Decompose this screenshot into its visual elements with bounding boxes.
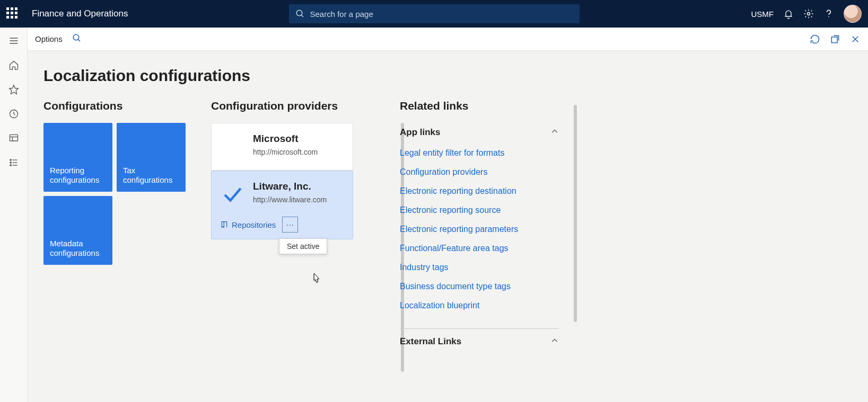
repositories-link[interactable]: Repositories <box>220 220 276 229</box>
tile-label: configurations <box>50 175 99 184</box>
company-label[interactable]: USMF <box>751 10 774 19</box>
svg-line-1 <box>301 15 303 17</box>
help-icon[interactable] <box>823 8 834 19</box>
svg-line-19 <box>78 39 80 41</box>
svg-point-2 <box>808 13 810 15</box>
repository-icon <box>220 220 229 229</box>
tile-metadata-configurations[interactable]: Metadata configurations <box>43 196 112 265</box>
configuration-providers-section: Configuration providers Microsoft http:/… <box>211 100 381 239</box>
chevron-up-icon <box>550 127 559 138</box>
link-legal-entity-filter[interactable]: Legal entity filter for formats <box>400 148 559 158</box>
tile-label: configurations <box>50 248 99 257</box>
app-name: Finance and Operations <box>32 8 128 19</box>
provider-url: http://www.litware.com <box>253 195 344 204</box>
actionbar-search-icon[interactable] <box>72 33 82 45</box>
home-icon[interactable] <box>8 59 20 71</box>
provider-name: Litware, Inc. <box>253 181 344 192</box>
workspace-icon[interactable] <box>8 132 20 144</box>
page-title: Localization configurations <box>43 67 852 85</box>
avatar[interactable] <box>844 5 862 23</box>
configurations-heading: Configurations <box>43 100 192 112</box>
svg-point-12 <box>10 159 11 161</box>
action-bar: Options <box>28 28 868 51</box>
tile-label: configurations <box>123 175 172 184</box>
configurations-section: Configurations Reporting configurations … <box>43 100 192 265</box>
link-industry-tags[interactable]: Industry tags <box>400 263 559 272</box>
related-links-section: Related links App links Legal entity fil… <box>400 100 559 351</box>
providers-heading: Configuration providers <box>211 100 381 112</box>
app-links-list: Legal entity filter for formats Configur… <box>400 142 559 325</box>
tile-label: Metadata <box>50 239 83 248</box>
svg-marker-7 <box>9 85 18 94</box>
hamburger-icon[interactable] <box>8 35 20 47</box>
left-rail <box>0 28 28 402</box>
svg-point-0 <box>296 10 302 16</box>
popout-icon[interactable] <box>830 34 840 44</box>
close-icon[interactable] <box>850 34 861 44</box>
tile-reporting-configurations[interactable]: Reporting configurations <box>43 123 112 192</box>
provider-card-litware[interactable]: Litware, Inc. http://www.litware.com Rep… <box>211 171 353 239</box>
tile-label: Reporting <box>50 166 84 175</box>
group-title: External Links <box>400 336 461 347</box>
separator <box>400 328 559 329</box>
link-er-source[interactable]: Electronic reporting source <box>400 206 559 215</box>
provider-name: Microsoft <box>253 133 344 145</box>
svg-point-18 <box>73 34 79 40</box>
recent-icon[interactable] <box>8 108 20 120</box>
tile-label: Tax <box>123 166 135 175</box>
link-feature-tags[interactable]: Functional/Feature area tags <box>400 244 559 253</box>
content-area: Localization configurations Configuratio… <box>28 51 868 402</box>
svg-point-14 <box>10 162 11 164</box>
svg-rect-20 <box>831 37 837 42</box>
link-localization-blueprint[interactable]: Localization blueprint <box>400 301 559 310</box>
search-placeholder: Search for a page <box>310 10 373 19</box>
link-configuration-providers[interactable]: Configuration providers <box>400 167 559 177</box>
link-er-parameters[interactable]: Electronic reporting parameters <box>400 225 559 234</box>
tile-tax-configurations[interactable]: Tax configurations <box>117 123 186 192</box>
app-launcher-icon[interactable] <box>6 7 19 20</box>
link-er-destination[interactable]: Electronic reporting destination <box>400 186 559 196</box>
star-icon[interactable] <box>8 84 20 95</box>
provider-url: http://microsoft.com <box>253 148 344 156</box>
svg-point-16 <box>10 165 11 166</box>
refresh-icon[interactable] <box>810 34 820 44</box>
external-links-group-header[interactable]: External Links <box>400 332 559 351</box>
repositories-label: Repositories <box>232 220 276 229</box>
related-links-heading: Related links <box>400 100 559 112</box>
search-icon <box>295 9 305 19</box>
check-icon <box>221 184 243 208</box>
chevron-up-icon <box>550 336 559 347</box>
top-bar: Finance and Operations Search for a page… <box>0 0 868 28</box>
app-links-group-header[interactable]: App links <box>400 123 559 142</box>
gear-icon[interactable] <box>803 8 814 19</box>
modules-icon[interactable] <box>8 157 20 168</box>
link-document-type-tags[interactable]: Business document type tags <box>400 282 559 291</box>
svg-point-3 <box>828 16 829 17</box>
svg-rect-9 <box>10 135 17 141</box>
context-menu-set-active[interactable]: Set active <box>279 238 327 254</box>
group-title: App links <box>400 127 441 138</box>
bell-icon[interactable] <box>783 8 794 19</box>
search-input[interactable]: Search for a page <box>289 4 580 23</box>
provider-card-microsoft[interactable]: Microsoft http://microsoft.com <box>211 123 353 171</box>
more-button[interactable]: ··· <box>282 217 298 233</box>
options-button[interactable]: Options <box>35 34 63 43</box>
